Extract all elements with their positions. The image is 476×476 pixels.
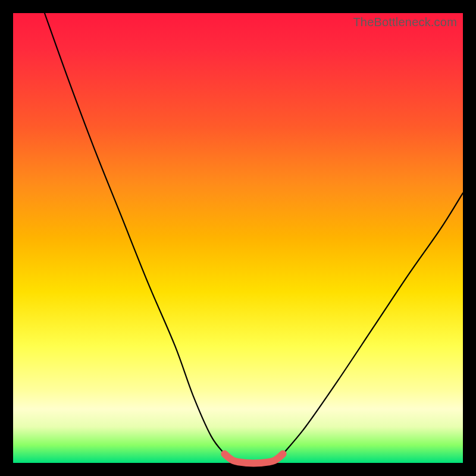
right-curve <box>283 193 463 453</box>
chart-plot-area: TheBottleneck.com <box>13 13 463 463</box>
chart-frame: TheBottleneck.com <box>0 0 476 476</box>
bottom-highlight <box>224 454 283 464</box>
chart-curves <box>13 13 463 463</box>
left-curve <box>45 13 224 454</box>
